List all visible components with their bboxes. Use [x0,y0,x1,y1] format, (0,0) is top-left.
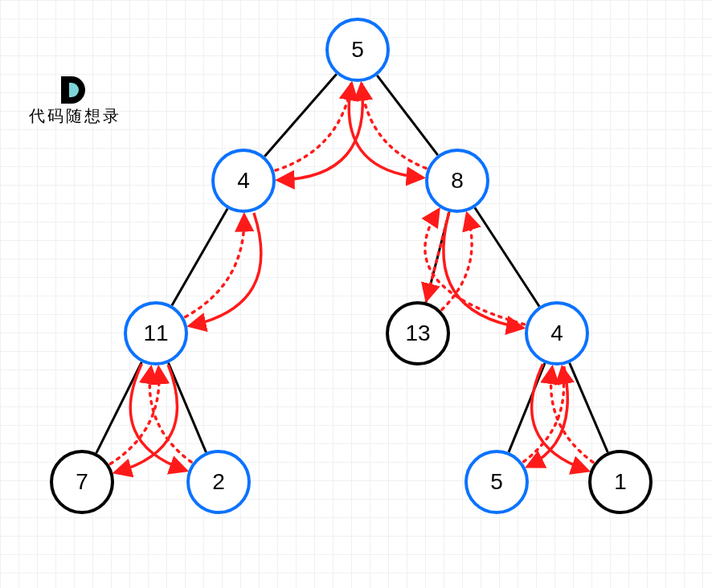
tree-node-n7: 7 [50,450,114,514]
logo-d-icon [61,76,85,104]
diagram-canvas: 代码随想录 548111347251 [0,0,712,588]
tree-node-n5: 5 [325,18,390,82]
tree-node-n13: 13 [386,301,450,365]
logo-text: 代码随想录 [29,105,121,127]
tree-node-n5b: 5 [464,450,529,514]
tree-node-n1: 1 [588,450,653,514]
tree-node-n4b: 4 [525,301,589,365]
tree-node-n11: 11 [124,301,188,365]
tree-node-n2: 2 [186,450,251,514]
tree-node-n8: 8 [425,149,489,213]
tree-node-n4a: 4 [211,149,276,213]
logo: 代码随想录 [29,76,121,127]
